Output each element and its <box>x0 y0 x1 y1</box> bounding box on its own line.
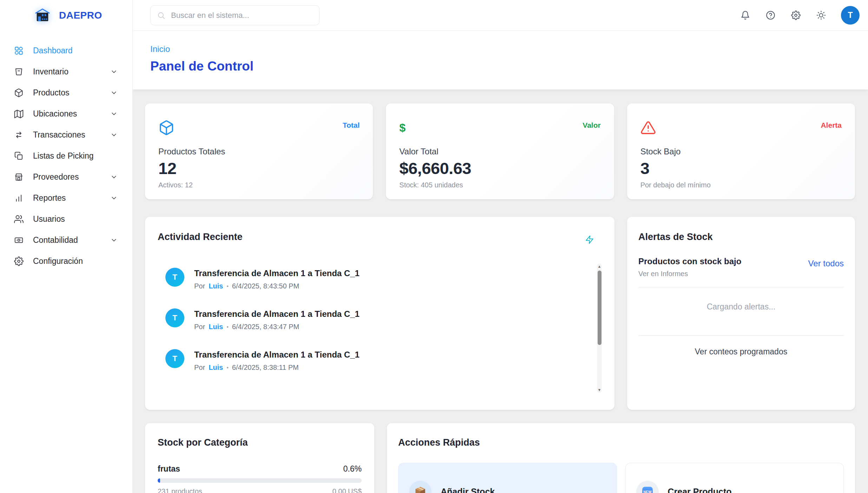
activity-title: Transferencia de Almacen 1 a Tienda C_1 <box>194 268 360 278</box>
breadcrumb[interactable]: Inicio <box>150 44 170 54</box>
panel-title: Alertas de Stock <box>638 232 844 242</box>
stat-value: $6,660.63 <box>399 159 600 178</box>
stat-card-valor-total[interactable]: $ Valor Valor Total $6,660.63 Stock: 405… <box>386 104 614 199</box>
sidebar-item-productos[interactable]: Productos <box>0 82 132 103</box>
alerts-subtext: Ver en Informes <box>638 270 741 278</box>
sidebar-item-usuarios[interactable]: Usuarios <box>0 208 132 229</box>
chevron-down-icon <box>110 173 118 181</box>
sidebar-item-ubicaciones[interactable]: Ubicaciones <box>0 103 132 124</box>
sidebar-item-label: Reportes <box>33 193 110 203</box>
activity-user-link[interactable]: Luis <box>209 282 223 290</box>
money-icon <box>14 235 24 245</box>
package-icon <box>409 481 432 493</box>
activity-timestamp: 6/4/2025, 8:43:50 PM <box>232 282 299 290</box>
view-all-link[interactable]: Ver todos <box>808 257 844 268</box>
users-icon <box>14 214 24 224</box>
activity-scrollbar[interactable]: ▲ ▼ <box>597 264 602 393</box>
sidebar-item-transacciones[interactable]: Transacciones <box>0 124 132 145</box>
category-progress-bar <box>158 478 362 483</box>
add-stock-button[interactable]: Añadir Stock <box>398 463 617 493</box>
sidebar-nav: Dashboard Inventario Productos Ubicacion… <box>0 40 132 272</box>
stat-badge: Total <box>343 120 360 129</box>
chevron-down-icon <box>110 68 118 75</box>
category-product-count: 231 productos <box>158 487 202 493</box>
activity-timestamp: 6/4/2025, 8:43:47 PM <box>232 323 299 331</box>
sidebar-item-inventario[interactable]: Inventario <box>0 61 132 82</box>
bottom-row: Stock por Categoría frutas 0.6% 231 prod… <box>145 423 855 493</box>
scheduled-counts-link[interactable]: Ver conteos programados <box>638 336 844 357</box>
page-header: Inicio Panel de Control <box>133 31 868 89</box>
avatar: T <box>165 349 184 368</box>
gear-icon[interactable] <box>788 8 803 23</box>
category-row: frutas 0.6% 231 productos 0,00 US$ <box>158 464 362 493</box>
activity-user-link[interactable]: Luis <box>209 323 223 331</box>
stat-badge: Valor <box>583 120 600 129</box>
store-icon <box>14 172 24 182</box>
scroll-up-arrow[interactable]: ▲ <box>597 264 602 268</box>
sidebar: DAEPRO Dashboard Inventario Productos Ub… <box>0 0 133 493</box>
dot-separator: • <box>226 324 229 330</box>
create-product-button[interactable]: NEW Crear Producto <box>625 463 844 493</box>
sidebar-item-label: Contabilidad <box>33 235 110 245</box>
activity-row[interactable]: T Transferencia de Almacen 1 a Tienda C_… <box>158 263 602 295</box>
activity-by-label: Por <box>194 282 205 290</box>
chevron-down-icon <box>110 194 118 202</box>
activity-title: Transferencia de Almacen 1 a Tienda C_1 <box>194 350 360 360</box>
brand-logo[interactable]: DAEPRO <box>0 0 132 31</box>
search-input[interactable] <box>171 11 313 20</box>
stat-sub: Activos: 12 <box>158 181 360 189</box>
sun-icon[interactable] <box>814 8 828 23</box>
search-box <box>150 5 320 25</box>
dot-separator: • <box>226 283 229 289</box>
map-icon <box>14 109 24 119</box>
activity-user-link[interactable]: Luis <box>209 364 223 372</box>
chevron-down-icon <box>110 236 118 244</box>
quick-actions-panel: Acciones Rápidas Añadir Stock <box>387 423 855 493</box>
user-avatar[interactable]: T <box>841 6 860 25</box>
sidebar-item-label: Dashboard <box>33 46 118 55</box>
search-icon <box>157 11 165 20</box>
stat-card-stock-bajo[interactable]: Alerta Stock Bajo 3 Por debajo del mínim… <box>627 104 855 199</box>
stat-card-productos-totales[interactable]: Total Productos Totales 12 Activos: 12 <box>145 104 373 199</box>
category-progress-fill <box>158 478 160 483</box>
stat-sub: Stock: 405 unidades <box>399 181 600 189</box>
svg-text:NEW: NEW <box>643 490 652 493</box>
activity-title: Transferencia de Almacen 1 a Tienda C_1 <box>194 309 360 319</box>
middle-row: Actividad Reciente T Transferencia de Al… <box>145 217 855 410</box>
dot-separator: • <box>226 365 229 371</box>
stat-sub: Por debajo del mínimo <box>640 181 842 189</box>
sidebar-item-dashboard[interactable]: Dashboard <box>0 40 132 61</box>
stat-label: Productos Totales <box>158 147 360 156</box>
help-icon[interactable] <box>763 8 778 23</box>
sidebar-item-contabilidad[interactable]: Contabilidad <box>0 229 132 251</box>
sidebar-item-listas-de-picking[interactable]: Listas de Picking <box>0 145 132 166</box>
grid-icon <box>14 46 24 55</box>
alerts-loading-text: Cargando alertas... <box>638 287 844 326</box>
quick-action-label: Crear Producto <box>668 487 732 493</box>
stock-by-category-panel: Stock por Categoría frutas 0.6% 231 prod… <box>145 423 374 493</box>
scroll-down-arrow[interactable]: ▼ <box>597 388 602 392</box>
stock-alerts-panel: Alertas de Stock Productos con stock baj… <box>627 217 855 410</box>
stat-value: 12 <box>158 159 360 178</box>
stat-badge: Alerta <box>821 120 842 129</box>
sidebar-item-label: Inventario <box>33 67 110 76</box>
new-badge-icon: NEW <box>636 481 659 493</box>
sidebar-item-proveedores[interactable]: Proveedores <box>0 166 132 187</box>
activity-row[interactable]: T Transferencia de Almacen 1 a Tienda C_… <box>158 304 602 336</box>
stat-label: Valor Total <box>399 147 600 156</box>
topbar: T <box>133 0 868 31</box>
sidebar-item-configuracion[interactable]: Configuración <box>0 251 132 272</box>
category-name: frutas <box>158 464 180 474</box>
activity-by-label: Por <box>194 364 205 372</box>
cube-icon <box>14 88 24 98</box>
chevron-down-icon <box>110 131 118 139</box>
stats-grid: Total Productos Totales 12 Activos: 12 $… <box>145 104 855 199</box>
category-percent: 0.6% <box>343 464 362 474</box>
activity-row[interactable]: T Transferencia de Almacen 1 a Tienda C_… <box>158 344 602 377</box>
sidebar-item-reportes[interactable]: Reportes <box>0 187 132 208</box>
scrollbar-thumb[interactable] <box>598 271 601 345</box>
bell-icon[interactable] <box>738 8 752 23</box>
sidebar-item-label: Transacciones <box>33 130 110 140</box>
activity-timestamp: 6/4/2025, 8:38:11 PM <box>232 364 299 372</box>
stat-label: Stock Bajo <box>640 147 842 156</box>
